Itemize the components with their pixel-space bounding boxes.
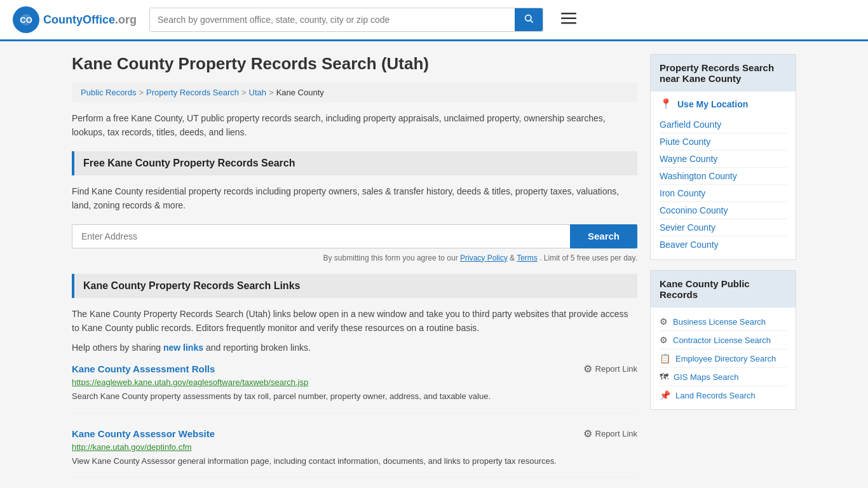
links-section-header: Kane County Property Records Search Link… — [72, 274, 637, 298]
pr-item-icon: 🗺 — [660, 372, 668, 382]
link-cards: Kane County Assessment Rolls ⚙ Report Li… — [72, 363, 637, 478]
global-search-button[interactable] — [515, 8, 543, 31]
sidebar-pr-item: 📋 Employee Directory Search — [660, 349, 787, 368]
logo-link[interactable]: CO CountyOffice.org — [13, 6, 137, 33]
nearby-counties-list: Garfield CountyPiute CountyWayne CountyW… — [660, 116, 787, 253]
sidebar-pr-item: ⚙ Business License Search — [660, 313, 787, 331]
public-records-list: ⚙ Business License Search ⚙ Contractor L… — [651, 308, 796, 409]
free-search-description: Find Kane County residential property re… — [72, 184, 637, 213]
report-link-button[interactable]: ⚙ Report Link — [583, 428, 637, 440]
free-search-header: Free Kane County Property Records Search — [72, 151, 637, 175]
link-card: Kane County Assessment Rolls ⚙ Report Li… — [72, 363, 637, 414]
public-records-header: Kane County Public Records — [651, 271, 796, 308]
pr-item-icon: ⚙ — [660, 316, 668, 327]
logo-text: CountyOffice.org — [43, 13, 137, 27]
address-input[interactable] — [72, 224, 570, 248]
search-button[interactable]: Search — [570, 224, 637, 248]
link-description: View Kane County Assessor general inform… — [72, 455, 637, 468]
svg-point-3 — [526, 15, 531, 21]
breadcrumb-sep-1: > — [139, 88, 144, 97]
report-link-icon: ⚙ — [583, 363, 592, 375]
report-link-icon: ⚙ — [583, 428, 592, 440]
link-card-title[interactable]: Kane County Assessor Website — [72, 428, 215, 439]
pr-item-link[interactable]: GIS Maps Search — [674, 372, 739, 382]
link-card-title[interactable]: Kane County Assessment Rolls — [72, 363, 215, 374]
report-link-label: Report Link — [595, 429, 637, 438]
sidebar-county-link[interactable]: Garfield County — [660, 116, 787, 133]
svg-rect-7 — [561, 22, 576, 24]
breadcrumb-utah[interactable]: Utah — [249, 88, 266, 97]
nearby-counties-body: 📍 Use My Location Garfield CountyPiute C… — [651, 92, 796, 259]
sidebar-county-link[interactable]: Sevier County — [660, 219, 787, 236]
sidebar-county-link[interactable]: Washington County — [660, 168, 787, 185]
pr-item-icon: ⚙ — [660, 335, 668, 345]
breadcrumb-sep-3: > — [269, 88, 274, 97]
header: CO CountyOffice.org — [0, 0, 868, 41]
pr-item-icon: 📋 — [660, 353, 670, 363]
sidebar-pr-item: 📌 Land Records Search — [660, 386, 787, 404]
link-card-header: Kane County Assessment Rolls ⚙ Report Li… — [72, 363, 637, 375]
menu-button[interactable] — [556, 9, 581, 30]
breadcrumb-kane-county: Kane County — [276, 88, 324, 97]
global-search-bar — [149, 8, 543, 32]
breadcrumb-sep-2: > — [241, 88, 247, 97]
page-description: Perform a free Kane County, UT public pr… — [72, 111, 637, 140]
pr-item-link[interactable]: Contractor License Search — [673, 336, 771, 345]
use-location-link[interactable]: 📍 Use My Location — [660, 98, 787, 110]
link-description: Search Kane County property assessments … — [72, 390, 637, 403]
svg-line-4 — [531, 20, 533, 23]
links-description: The Kane County Property Records Search … — [72, 307, 637, 336]
page-title: Kane County Property Records Search (Uta… — [72, 54, 637, 74]
sidebar-county-link[interactable]: Iron County — [660, 185, 787, 202]
link-card-header: Kane County Assessor Website ⚙ Report Li… — [72, 428, 637, 440]
main-container: Kane County Property Records Search (Uta… — [59, 41, 809, 488]
report-link-button[interactable]: ⚙ Report Link — [583, 363, 637, 375]
svg-text:CO: CO — [20, 15, 32, 25]
breadcrumb-public-records[interactable]: Public Records — [81, 88, 136, 97]
new-links-link[interactable]: new links — [163, 342, 203, 353]
pr-item-link[interactable]: Employee Directory Search — [675, 354, 776, 363]
svg-rect-6 — [561, 18, 576, 20]
svg-rect-5 — [561, 13, 576, 15]
property-search-form: Search — [72, 224, 637, 248]
public-records-box: Kane County Public Records ⚙ Business Li… — [650, 270, 796, 410]
sidebar-county-link[interactable]: Beaver County — [660, 236, 787, 253]
privacy-policy-link[interactable]: Privacy Policy — [460, 254, 508, 262]
logo-icon: CO — [13, 6, 39, 33]
sidebar-county-link[interactable]: Coconino County — [660, 202, 787, 219]
breadcrumb-property-records[interactable]: Property Records Search — [146, 88, 239, 97]
global-search-input[interactable] — [150, 8, 515, 31]
pr-item-icon: 📌 — [660, 390, 670, 400]
pr-item-link[interactable]: Business License Search — [673, 317, 766, 327]
link-url[interactable]: https://eagleweb.kane.utah.gov/eaglesoft… — [72, 377, 637, 387]
new-links-note: Help others by sharing new links and rep… — [72, 342, 637, 353]
main-content: Kane County Property Records Search (Uta… — [72, 54, 637, 488]
location-pin-icon: 📍 — [660, 98, 672, 110]
report-link-label: Report Link — [595, 364, 637, 374]
link-card: Kane County Assessor Website ⚙ Report Li… — [72, 428, 637, 478]
sidebar-pr-item: ⚙ Contractor License Search — [660, 331, 787, 349]
form-note: By submitting this form you agree to our… — [72, 254, 637, 262]
sidebar-county-link[interactable]: Wayne County — [660, 151, 787, 168]
nearby-counties-header: Property Records Search near Kane County — [651, 55, 796, 92]
pr-item-link[interactable]: Land Records Search — [675, 391, 756, 400]
link-url[interactable]: http://kane.utah.gov/deptinfo.cfm — [72, 442, 637, 452]
nearby-counties-box: Property Records Search near Kane County… — [650, 54, 796, 260]
breadcrumb: Public Records > Property Records Search… — [72, 83, 637, 102]
terms-link[interactable]: Terms — [517, 254, 538, 262]
sidebar-pr-item: 🗺 GIS Maps Search — [660, 368, 787, 386]
sidebar: Property Records Search near Kane County… — [650, 54, 796, 488]
sidebar-county-link[interactable]: Piute County — [660, 133, 787, 151]
